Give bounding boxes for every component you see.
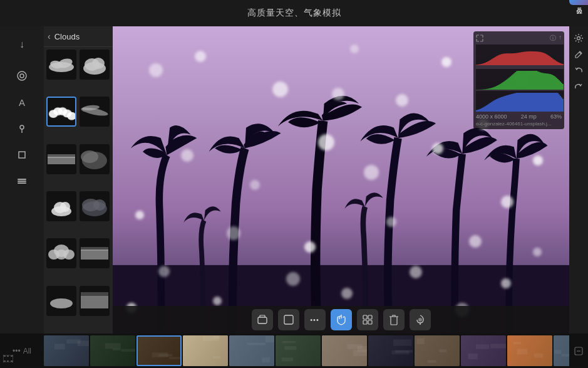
cloud-thumb-12[interactable] <box>80 286 110 316</box>
film-thumb-0[interactable] <box>44 335 89 366</box>
frame-tool-btn[interactable] <box>278 309 299 330</box>
mask-tool-btn[interactable] <box>252 309 273 330</box>
three-dots-icon: ••• <box>13 347 21 355</box>
svg-rect-11 <box>363 315 367 319</box>
film-thumb-1[interactable] <box>90 335 135 366</box>
undo-icon[interactable] <box>572 64 585 78</box>
info-icon[interactable]: ⓘ <box>550 34 556 43</box>
zoom-level: 63% <box>550 113 562 120</box>
cloud-thumb-8[interactable] <box>80 191 110 221</box>
clouds-header: ‹ Clouds <box>44 26 113 47</box>
share-hist-icon[interactable]: ↑ <box>559 34 562 43</box>
film-thumb-3[interactable] <box>183 335 228 366</box>
film-thumb-7[interactable] <box>368 335 413 366</box>
histogram-blue <box>476 91 564 112</box>
paint-tool-btn[interactable] <box>410 309 431 330</box>
svg-rect-6 <box>18 182 26 184</box>
bottom-toolbar: ••• <box>113 306 569 334</box>
svg-point-0 <box>18 71 26 80</box>
delete-tool-btn[interactable] <box>383 309 405 330</box>
histogram-info: 4000 x 6000 24 mp 63% <box>476 113 562 120</box>
film-thumb-4[interactable] <box>229 335 274 366</box>
layers-tool[interactable] <box>11 170 33 192</box>
cloud-thumb-6[interactable] <box>80 144 110 174</box>
svg-rect-21 <box>4 360 6 362</box>
svg-rect-14 <box>368 320 372 324</box>
svg-rect-20 <box>11 355 13 357</box>
settings-icon[interactable] <box>572 31 585 45</box>
left-sidebar: ↓ A <box>0 26 44 334</box>
filmstrip: ••• All <box>0 334 588 368</box>
svg-point-1 <box>20 74 24 78</box>
film-thumb-9[interactable] <box>461 335 506 366</box>
svg-rect-22 <box>7 360 9 362</box>
histogram-green <box>476 69 564 90</box>
cloud-thumb-1[interactable] <box>46 50 76 80</box>
filmstrip-expand[interactable] <box>569 347 588 355</box>
film-thumb-5[interactable] <box>276 335 321 366</box>
svg-point-8 <box>577 37 580 40</box>
svg-rect-5 <box>18 181 26 182</box>
redo-icon[interactable] <box>572 80 585 94</box>
filmstrip-images <box>44 334 569 368</box>
cloud-thumb-9[interactable] <box>46 238 76 268</box>
film-thumb-11[interactable] <box>554 335 569 366</box>
svg-rect-3 <box>19 152 25 158</box>
clouds-list <box>44 47 113 334</box>
image-dimensions: 4000 x 6000 <box>476 113 507 120</box>
cloud-thumb-5[interactable] <box>46 144 76 174</box>
svg-rect-23 <box>11 360 13 362</box>
main-canvas: ⓘ ↑ 4000 x 6000 24 mp 63% o-c-gonzalez-4… <box>113 26 569 334</box>
svg-rect-12 <box>368 315 372 319</box>
hand-tool-btn[interactable] <box>331 309 352 330</box>
expand-hist-icon[interactable] <box>476 34 483 42</box>
page-title: 高质量天空、气象模拟 <box>247 8 341 19</box>
panel-title: Clouds <box>54 32 80 41</box>
all-label: All <box>23 347 31 355</box>
pin-tool[interactable] <box>11 117 33 140</box>
filmstrip-icon[interactable] <box>3 354 13 365</box>
svg-rect-10 <box>284 315 293 324</box>
edit-icon[interactable] <box>572 48 585 61</box>
cloud-thumb-7[interactable] <box>46 191 76 221</box>
back-button[interactable]: ‹ <box>48 31 51 41</box>
svg-point-15 <box>418 318 422 322</box>
image-megapixels: 24 mp <box>521 113 537 120</box>
pro-badge[interactable]: 会员 <box>569 0 588 5</box>
download-icon[interactable]: ↓ <box>11 33 33 56</box>
svg-rect-9 <box>258 317 267 323</box>
more-tool-btn[interactable]: ••• <box>304 309 326 330</box>
film-thumb-2[interactable] <box>137 335 182 366</box>
svg-rect-19 <box>7 355 9 357</box>
brush-tool[interactable] <box>11 65 33 87</box>
histogram-panel: ⓘ ↑ 4000 x 6000 24 mp 63% o-c-gonzalez-4… <box>473 31 564 129</box>
film-thumb-10[interactable] <box>507 335 552 366</box>
cloud-thumb-4[interactable] <box>80 97 110 127</box>
svg-rect-18 <box>4 355 6 357</box>
right-tools <box>569 26 588 334</box>
image-filename: o-c-gonzalez-406461-unsplash.j... <box>476 121 562 127</box>
text-tool[interactable]: A <box>11 91 33 113</box>
clouds-panel: ‹ Clouds <box>44 26 113 334</box>
cloud-thumb-3[interactable] <box>46 97 76 127</box>
crop-tool[interactable] <box>11 144 33 166</box>
cloud-thumb-2[interactable] <box>80 50 110 80</box>
grid-tool-btn[interactable] <box>357 309 378 330</box>
cloud-thumb-11[interactable] <box>46 286 76 316</box>
svg-point-2 <box>20 125 24 129</box>
top-bar: 高质量天空、气象模拟 会员 <box>0 0 588 26</box>
svg-rect-4 <box>18 179 26 180</box>
histogram-red <box>476 45 564 65</box>
film-thumb-6[interactable] <box>322 335 367 366</box>
svg-rect-13 <box>363 320 367 324</box>
cloud-thumb-10[interactable] <box>80 238 110 268</box>
film-thumb-8[interactable] <box>415 335 460 366</box>
